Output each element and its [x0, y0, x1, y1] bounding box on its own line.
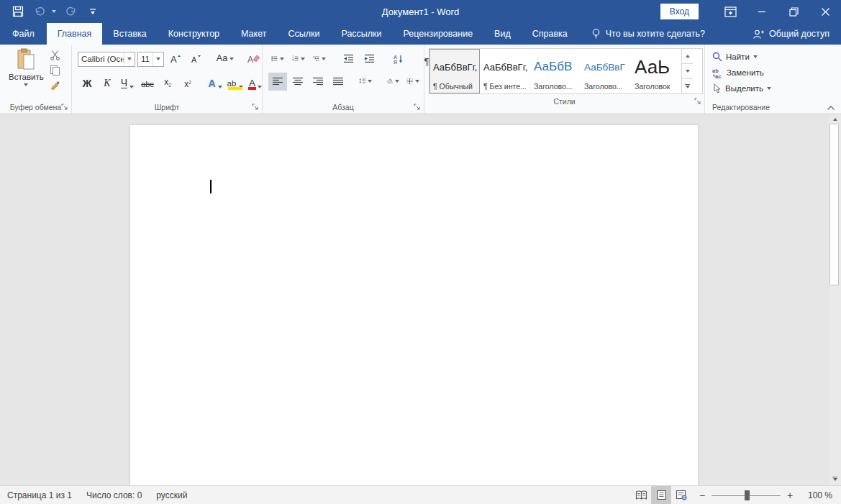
scroll-up-icon[interactable] [829, 114, 841, 124]
justify-button[interactable] [329, 73, 347, 91]
multilevel-list-button[interactable] [310, 50, 329, 68]
bold-button[interactable]: Ж [78, 73, 96, 91]
read-mode-icon[interactable] [631, 486, 651, 504]
find-button[interactable]: Найти [712, 50, 841, 64]
styles-more-icon[interactable] [682, 79, 693, 93]
copy-icon[interactable] [50, 65, 60, 75]
vertical-scrollbar[interactable] [829, 114, 841, 485]
tab-layout[interactable]: Макет [230, 23, 277, 45]
sign-in-button[interactable]: Вход [660, 4, 699, 19]
tab-mailings[interactable]: Рассылки [330, 23, 392, 45]
decrease-indent-button[interactable] [339, 50, 358, 68]
status-bar: Страница 1 из 1 Число слов: 0 русский − [0, 485, 841, 504]
cut-icon[interactable] [50, 50, 60, 60]
collapse-ribbon-icon[interactable] [827, 105, 835, 111]
replace-button[interactable]: ab ac Заменить [712, 65, 841, 80]
select-label: Выделить [725, 84, 763, 93]
tabbar-spacer [712, 23, 753, 45]
word-count[interactable]: Число слов: 0 [79, 486, 149, 504]
change-case-button[interactable]: Aa [216, 50, 235, 68]
font-name-combo[interactable]: Calibri (Осн [78, 52, 135, 67]
shading-dropdown-icon [395, 80, 399, 83]
bullets-button[interactable] [268, 50, 287, 68]
font-size-dropdown-icon[interactable] [153, 52, 163, 66]
redo-icon[interactable] [62, 2, 81, 21]
tab-file[interactable]: Файл [0, 23, 47, 45]
style-no-spacing[interactable]: АаБбВвГг, ¶ Без инте... [480, 49, 530, 93]
tab-design[interactable]: Конструктор [158, 23, 230, 45]
styles-scroll-up-icon[interactable] [682, 49, 693, 64]
scroll-down-icon[interactable] [829, 474, 841, 484]
line-spacing-button[interactable] [356, 73, 375, 91]
style-title[interactable]: АаЬ Заголовок [631, 49, 681, 93]
borders-button[interactable] [404, 73, 422, 91]
font-name-dropdown-icon[interactable] [124, 52, 135, 66]
zoom-slider[interactable] [712, 490, 781, 500]
tell-me-box[interactable]: Что вы хотите сделать? [584, 23, 712, 45]
paste-button[interactable]: Вставить [9, 48, 44, 100]
change-case-label: Aa [217, 54, 227, 63]
tab-view[interactable]: Вид [483, 23, 522, 45]
restore-icon[interactable] [778, 0, 809, 23]
highlight-button[interactable]: ab [226, 73, 245, 91]
shading-button[interactable] [383, 73, 402, 91]
share-button[interactable]: Общий доступ [753, 23, 841, 45]
grow-font-button[interactable]: A [166, 50, 185, 68]
language-indicator[interactable]: русский [149, 486, 194, 504]
lightbulb-icon [591, 28, 601, 40]
document-area[interactable] [0, 114, 841, 485]
page-count[interactable]: Страница 1 из 1 [0, 486, 79, 504]
numbering-button[interactable]: 123 [289, 50, 308, 68]
editing-group-label: Редактирование [712, 103, 770, 111]
zoom-in-icon[interactable]: + [786, 490, 794, 501]
shrink-font-button[interactable]: A [187, 50, 206, 68]
paragraph-dialog-launcher-icon[interactable] [413, 103, 422, 111]
subscript-button[interactable]: x2 [158, 73, 177, 91]
clear-formatting-button[interactable]: A [245, 50, 263, 68]
tab-references[interactable]: Ссылки [277, 23, 330, 45]
style-heading2[interactable]: АаБбВвГ Заголово... [581, 49, 631, 93]
close-icon[interactable] [809, 0, 841, 23]
styles-dialog-launcher-icon[interactable] [694, 97, 702, 106]
font-color-bar [248, 87, 256, 90]
format-painter-icon[interactable] [50, 80, 60, 91]
align-right-button[interactable] [309, 73, 327, 91]
tab-insert[interactable]: Вставка [102, 23, 157, 45]
ribbon-display-options-icon[interactable] [714, 0, 746, 23]
style-normal[interactable]: АаБбВвГг, ¶ Обычный [429, 49, 480, 93]
underline-button[interactable]: Ч [118, 73, 137, 91]
minimize-icon[interactable] [746, 0, 778, 23]
font-dialog-launcher-icon[interactable] [251, 103, 260, 111]
tab-help[interactable]: Справка [522, 23, 578, 45]
font-size-combo[interactable]: 11 [137, 52, 164, 67]
zoom-out-icon[interactable]: − [699, 490, 706, 501]
undo-dropdown-icon[interactable] [52, 2, 59, 21]
print-layout-icon[interactable] [651, 486, 671, 504]
select-button[interactable]: Выделить [712, 81, 841, 96]
text-effects-button[interactable]: А [206, 73, 224, 91]
text-effects-label: А [208, 78, 215, 88]
tab-home[interactable]: Главная [47, 23, 103, 45]
styles-scroll-down-icon[interactable] [682, 64, 693, 79]
sort-button[interactable]: АЯ [388, 50, 407, 68]
superscript-button[interactable]: x2 [178, 73, 197, 91]
style-heading1[interactable]: АаБбВ Заголово... [530, 49, 581, 93]
scrollbar-thumb[interactable] [829, 124, 839, 285]
clipboard-group-label: Буфер обмена [10, 103, 61, 111]
font-group-label: Шрифт [155, 103, 180, 111]
tab-review[interactable]: Рецензирование [393, 23, 484, 45]
increase-indent-button[interactable] [360, 50, 378, 68]
align-center-button[interactable] [288, 73, 307, 91]
strikethrough-button[interactable]: abc [138, 73, 157, 91]
customize-qat-icon[interactable] [83, 2, 102, 21]
style-name: ¶ Обычный [433, 82, 473, 91]
undo-icon[interactable] [30, 2, 49, 21]
italic-button[interactable]: К [98, 73, 117, 91]
web-layout-icon[interactable] [671, 486, 691, 504]
align-left-button[interactable] [268, 73, 287, 91]
save-icon[interactable] [9, 2, 27, 21]
zoom-slider-thumb[interactable] [745, 490, 750, 500]
clipboard-dialog-launcher-icon[interactable] [60, 103, 69, 111]
document-page[interactable] [129, 124, 699, 485]
zoom-level[interactable]: 100 % [801, 490, 841, 500]
